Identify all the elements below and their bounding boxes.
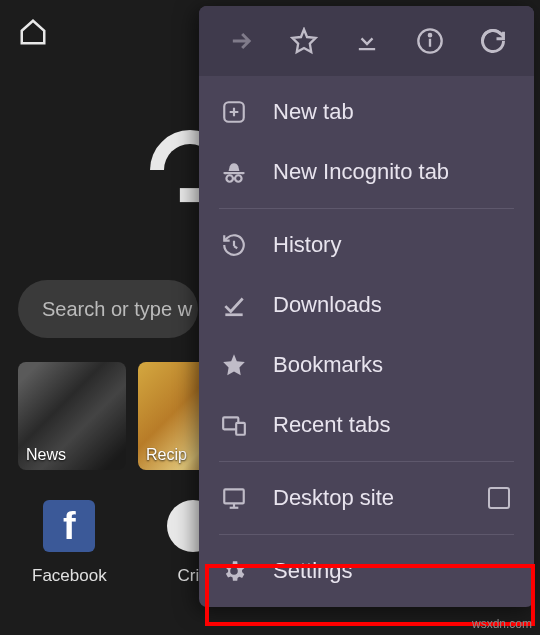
incognito-icon	[219, 157, 249, 187]
menu-item-recent-tabs[interactable]: Recent tabs	[199, 395, 534, 455]
menu-item-label: Settings	[273, 558, 353, 584]
tile-label: News	[26, 446, 66, 464]
tile-news[interactable]: News	[18, 362, 126, 470]
menu-divider	[219, 208, 514, 209]
menu-item-label: History	[273, 232, 341, 258]
svg-point-9	[226, 175, 233, 182]
search-input[interactable]: Search or type w	[18, 280, 198, 338]
check-icon	[219, 290, 249, 320]
menu-toolbar	[199, 6, 534, 76]
svg-line-13	[234, 246, 237, 248]
tile-label: Recip	[146, 446, 187, 464]
menu-item-label: New tab	[273, 99, 354, 125]
menu-item-history[interactable]: History	[199, 215, 534, 275]
reload-icon[interactable]	[477, 25, 509, 57]
star-icon[interactable]	[288, 25, 320, 57]
history-icon	[219, 230, 249, 260]
svg-rect-8	[224, 172, 244, 174]
shortcut-facebook[interactable]: f Facebook	[32, 500, 107, 586]
menu-divider	[219, 534, 514, 535]
info-icon[interactable]	[414, 25, 446, 57]
menu-divider	[219, 461, 514, 462]
svg-rect-17	[224, 489, 244, 503]
menu-body: New tab New Incognito tab History Downlo…	[199, 76, 534, 607]
svg-point-10	[235, 175, 242, 182]
menu-item-downloads[interactable]: Downloads	[199, 275, 534, 335]
facebook-icon: f	[43, 500, 95, 552]
star-filled-icon	[219, 350, 249, 380]
menu-item-settings[interactable]: Settings	[199, 541, 534, 601]
forward-icon[interactable]	[225, 25, 257, 57]
watermark: wsxdn.com	[472, 617, 532, 631]
menu-item-label: New Incognito tab	[273, 159, 449, 185]
menu-item-new-incognito[interactable]: New Incognito tab	[199, 142, 534, 202]
menu-item-label: Recent tabs	[273, 412, 390, 438]
plus-square-icon	[219, 97, 249, 127]
home-icon[interactable]	[18, 17, 48, 51]
search-placeholder: Search or type w	[42, 298, 192, 321]
shortcut-icons: f Facebook Cric	[32, 500, 219, 586]
download-icon[interactable]	[351, 25, 383, 57]
menu-item-bookmarks[interactable]: Bookmarks	[199, 335, 534, 395]
svg-rect-16	[236, 423, 245, 435]
menu-item-label: Desktop site	[273, 485, 394, 511]
monitor-icon	[219, 483, 249, 513]
menu-item-label: Downloads	[273, 292, 382, 318]
menu-item-desktop-site[interactable]: Desktop site	[199, 468, 534, 528]
svg-point-2	[428, 34, 430, 36]
devices-icon	[219, 410, 249, 440]
gear-icon	[219, 556, 249, 586]
shortcut-label: Facebook	[32, 566, 107, 586]
menu-item-label: Bookmarks	[273, 352, 383, 378]
overflow-menu: New tab New Incognito tab History Downlo…	[199, 6, 534, 607]
menu-item-new-tab[interactable]: New tab	[199, 82, 534, 142]
desktop-site-checkbox[interactable]	[488, 487, 510, 509]
